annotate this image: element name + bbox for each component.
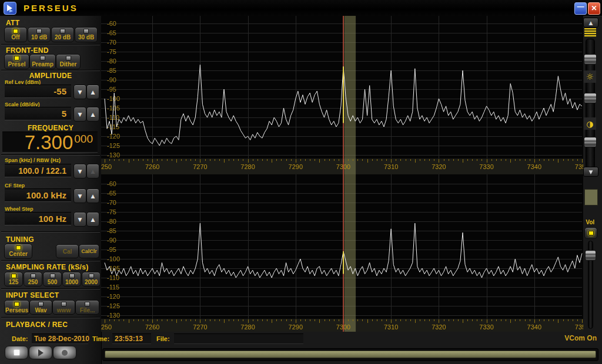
rate-1000-button[interactable]: 1000 [62, 272, 81, 287]
scale-field[interactable]: 5 [5, 107, 71, 120]
section-divider [1, 231, 100, 232]
frequency-header: FREQUENCY [0, 124, 101, 132]
sampling-rate-header: SAMPLING RATE (kS/s) [6, 263, 88, 271]
wheel-step-field[interactable]: 100 Hz [5, 212, 71, 225]
contrast-icon: ◑ [584, 117, 596, 130]
front-end-header: FRONT-END [6, 46, 49, 55]
ref-lev-down-button[interactable]: ▼ [73, 85, 86, 99]
amplitude-header: AMPLITUDE [0, 72, 101, 80]
perseus-window: PERSEUS — ✕ ATT Off 10 dB 20 dB 30 dB FR… [0, 0, 602, 364]
file-value [174, 333, 303, 344]
play-button[interactable] [29, 346, 52, 359]
cf-step-field[interactable]: 100.0 kHz [5, 188, 71, 202]
cal-button[interactable]: Cal [56, 244, 79, 258]
strip-down-button[interactable]: ▼ [583, 167, 598, 177]
wheel-down-button[interactable]: ▼ [73, 212, 86, 227]
cf-down-button[interactable]: ▼ [73, 188, 86, 203]
span-down-button[interactable]: ▼ [73, 164, 86, 178]
presel-button[interactable]: Presel [4, 54, 29, 69]
brightness-slider-handle[interactable] [584, 93, 597, 103]
cf-up-button[interactable]: ▲ [86, 188, 99, 203]
tuning-scrollbar-thumb[interactable] [105, 350, 596, 358]
rate-250-button[interactable]: 250 [24, 272, 42, 287]
play-icon [38, 349, 44, 356]
perseus-logo-icon[interactable] [4, 2, 16, 15]
logo-glyph [4, 2, 16, 14]
section-divider [1, 288, 100, 289]
stop-button[interactable] [5, 346, 28, 359]
vcom-status: VCom On [547, 334, 597, 342]
wheel-step-label: Wheel Step [5, 206, 34, 212]
att-header: ATT [6, 19, 19, 27]
input-www-button[interactable]: www [52, 300, 75, 315]
tuning-header: TUNING [6, 235, 34, 244]
volume-label: Vol [582, 219, 598, 225]
playback-rec-header: PLAYBACK / REC [6, 321, 68, 329]
volume-slider-handle[interactable] [585, 250, 596, 261]
att-30db-button[interactable]: 30 dB [75, 27, 98, 42]
minimize-button[interactable]: — [574, 2, 587, 15]
palette-icon [584, 28, 596, 37]
control-sidebar: ATT Off 10 dB 20 dB 30 dB FRONT-END Pres… [0, 16, 102, 364]
file-label: File: [156, 335, 170, 342]
close-button[interactable]: ✕ [588, 2, 600, 15]
time-value: 23:53:13 [112, 333, 151, 344]
strip-up-button[interactable]: ▲ [583, 18, 598, 28]
record-icon [62, 350, 68, 356]
section-divider [1, 154, 100, 156]
input-select-header: INPUT SELECT [6, 291, 59, 299]
titlebar: PERSEUS — ✕ [0, 0, 602, 16]
calclr-button[interactable]: CalClr [79, 244, 99, 258]
span-up-button[interactable]: ▲ [86, 164, 99, 178]
record-button[interactable] [53, 346, 76, 359]
main-spectrum-display[interactable] [101, 16, 583, 174]
secondary-spectrum-display[interactable] [101, 174, 583, 332]
frequency-khz: 7.300 [25, 133, 73, 153]
volume-mute-button[interactable] [584, 227, 597, 239]
scale-down-button[interactable]: ▼ [73, 107, 86, 122]
rate-500-button[interactable]: 500 [43, 272, 62, 287]
wheel-up-button[interactable]: ▲ [86, 212, 99, 227]
section-divider [1, 317, 100, 318]
dither-button[interactable]: Dither [56, 54, 81, 69]
span-field[interactable]: 100.0 / 122.1 [5, 164, 71, 177]
input-file-button[interactable]: File... [75, 300, 99, 315]
att-10db-button[interactable]: 10 dB [28, 27, 51, 42]
frequency-hz: 000 [74, 133, 93, 146]
date-value: Tue 28-Dec-2010 [32, 333, 88, 344]
date-label: Date: [12, 335, 28, 342]
section-divider [1, 260, 100, 261]
tuning-center-button[interactable]: Center [4, 244, 32, 259]
att-off-button[interactable]: Off [4, 27, 27, 42]
span-label: Span (kHz) / RBW (Hz) [5, 157, 61, 163]
passband-color-swatch [584, 189, 598, 205]
palette-slider-handle[interactable] [584, 54, 597, 65]
section-divider [1, 44, 100, 45]
input-perseus-button[interactable]: Perseus [4, 300, 29, 315]
rate-125-button[interactable]: 125 [4, 272, 23, 287]
rate-2000-button[interactable]: 2000 [82, 272, 101, 287]
app-title: PERSEUS [24, 3, 78, 13]
brightness-icon: ☼ [584, 70, 596, 83]
cf-step-label: CF Step [5, 183, 25, 188]
preamp-button[interactable]: Preamp [29, 54, 56, 69]
ref-lev-field[interactable]: -55 [5, 85, 71, 98]
stop-icon [14, 350, 19, 355]
section-divider [1, 70, 100, 71]
att-20db-button[interactable]: 20 dB [51, 27, 74, 42]
scale-up-button[interactable]: ▲ [86, 107, 99, 122]
input-wav-button[interactable]: Wav [29, 300, 52, 315]
att-off-led [13, 29, 18, 33]
contrast-slider-handle[interactable] [584, 137, 597, 147]
volume-led [588, 231, 594, 235]
ref-lev-up-button[interactable]: ▲ [86, 85, 99, 99]
time-label: Time: [92, 335, 109, 342]
frequency-display[interactable]: 7.300 000 [2, 132, 98, 153]
